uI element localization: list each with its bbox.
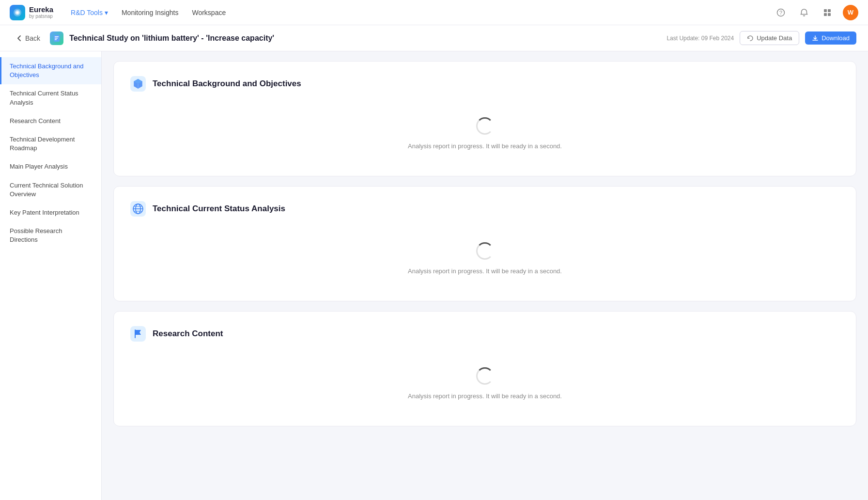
top-navigation: Eureka by patsnap R&D Tools ▾ Monitoring… bbox=[0, 0, 868, 25]
update-data-button[interactable]: Update Data bbox=[740, 31, 799, 45]
user-avatar[interactable]: W bbox=[843, 5, 858, 20]
help-button[interactable]: ? bbox=[773, 5, 789, 20]
svg-rect-8 bbox=[828, 13, 831, 16]
nav-right: ? W bbox=[773, 5, 858, 20]
sidebar: Technical Background and Objectives Tech… bbox=[0, 51, 102, 500]
notifications-button[interactable] bbox=[796, 5, 812, 20]
section-header-1: Technical Background and Objectives bbox=[129, 75, 840, 93]
download-label: Download bbox=[822, 34, 850, 42]
svg-rect-10 bbox=[55, 36, 59, 37]
section-title-2: Technical Current Status Analysis bbox=[153, 204, 285, 214]
section-loading-1: Analysis report in progress. It will be … bbox=[129, 104, 840, 162]
update-data-label: Update Data bbox=[757, 34, 792, 42]
logo-icon bbox=[10, 5, 25, 20]
loading-text-3: Analysis report in progress. It will be … bbox=[408, 392, 562, 400]
svg-rect-21 bbox=[135, 329, 136, 338]
svg-rect-11 bbox=[55, 38, 58, 39]
loading-spinner-2 bbox=[476, 242, 494, 260]
flag-icon bbox=[129, 325, 147, 343]
section-header-3: Research Content bbox=[129, 325, 840, 343]
section-loading-2: Analysis report in progress. It will be … bbox=[129, 229, 840, 287]
globe-icon bbox=[129, 200, 147, 218]
section-technical-current-status: Technical Current Status Analysis Analys… bbox=[113, 186, 856, 301]
nav-rd-tools[interactable]: R&D Tools ▾ bbox=[65, 6, 114, 19]
sidebar-item-research-content[interactable]: Research Content bbox=[0, 112, 101, 130]
logo-area[interactable]: Eureka by patsnap bbox=[10, 5, 53, 20]
nav-rd-tools-label: R&D Tools bbox=[71, 9, 103, 16]
back-button[interactable]: Back bbox=[12, 32, 44, 44]
section-loading-3: Analysis report in progress. It will be … bbox=[129, 354, 840, 412]
section-title-3: Research Content bbox=[153, 329, 223, 339]
page-header: Back Technical Study on 'lithium battery… bbox=[0, 25, 868, 51]
download-button[interactable]: Download bbox=[805, 31, 856, 45]
nav-workspace[interactable]: Workspace bbox=[186, 6, 232, 19]
nav-workspace-label: Workspace bbox=[192, 9, 226, 16]
sidebar-item-technical-current-status[interactable]: Technical Current Status Analysis bbox=[0, 84, 101, 111]
page-container: Back Technical Study on 'lithium battery… bbox=[0, 25, 868, 500]
svg-rect-7 bbox=[824, 13, 827, 16]
loading-text-2: Analysis report in progress. It will be … bbox=[408, 267, 562, 275]
svg-text:?: ? bbox=[779, 10, 782, 16]
nav-items: R&D Tools ▾ Monitoring Insights Workspac… bbox=[65, 6, 232, 19]
svg-rect-5 bbox=[824, 9, 827, 12]
logo-title: Eureka bbox=[29, 6, 53, 14]
loading-spinner-1 bbox=[476, 117, 494, 135]
chevron-down-icon: ▾ bbox=[105, 9, 108, 16]
sidebar-item-key-patent-interpretation[interactable]: Key Patent Interpretation bbox=[0, 203, 101, 222]
nav-monitoring-label: Monitoring Insights bbox=[122, 9, 179, 16]
cube-icon bbox=[129, 75, 147, 93]
page-header-right: Last Update: 09 Feb 2024 Update Data Dow… bbox=[666, 31, 856, 45]
svg-point-2 bbox=[16, 11, 19, 14]
page-header-left: Back Technical Study on 'lithium battery… bbox=[12, 31, 274, 45]
sidebar-item-technical-development-roadmap[interactable]: Technical Development Roadmap bbox=[0, 130, 101, 157]
svg-rect-12 bbox=[55, 39, 57, 40]
logo-sub: by patsnap bbox=[29, 14, 53, 19]
loading-text-1: Analysis report in progress. It will be … bbox=[408, 142, 562, 150]
grid-menu-button[interactable] bbox=[820, 5, 835, 20]
section-technical-background: Technical Background and Objectives Anal… bbox=[113, 61, 856, 176]
page-title: Technical Study on 'lithium battery' - '… bbox=[69, 34, 274, 43]
loading-spinner-3 bbox=[476, 367, 494, 385]
sidebar-item-current-technical-solution[interactable]: Current Technical Solution Overview bbox=[0, 176, 101, 203]
section-title-1: Technical Background and Objectives bbox=[153, 79, 301, 89]
sidebar-item-technical-background[interactable]: Technical Background and Objectives bbox=[0, 57, 101, 84]
nav-monitoring-insights[interactable]: Monitoring Insights bbox=[116, 6, 185, 19]
svg-rect-6 bbox=[828, 9, 831, 12]
sidebar-item-possible-research-directions[interactable]: Possible Research Directions bbox=[0, 222, 101, 249]
last-update-label: Last Update: 09 Feb 2024 bbox=[666, 35, 734, 42]
document-icon bbox=[50, 31, 63, 45]
content-area: Technical Background and Objectives Anal… bbox=[102, 51, 868, 500]
sidebar-item-main-player-analysis[interactable]: Main Player Analysis bbox=[0, 157, 101, 176]
section-research-content: Research Content Analysis report in prog… bbox=[113, 311, 856, 426]
back-label: Back bbox=[25, 34, 40, 42]
logo-text: Eureka by patsnap bbox=[29, 6, 53, 19]
section-header-2: Technical Current Status Analysis bbox=[129, 200, 840, 218]
main-area: Technical Background and Objectives Tech… bbox=[0, 51, 868, 500]
